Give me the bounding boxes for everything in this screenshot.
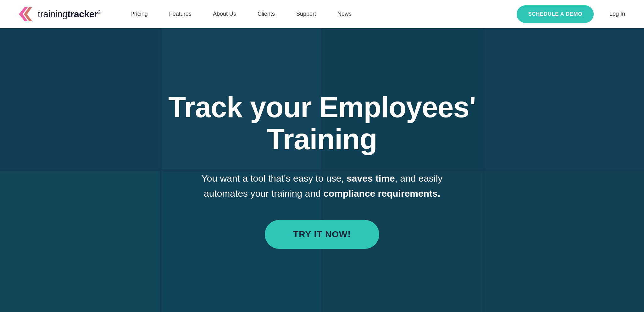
logo-icon bbox=[19, 7, 35, 21]
nav-item-pricing[interactable]: Pricing bbox=[120, 0, 158, 28]
nav-item-about[interactable]: About Us bbox=[202, 0, 247, 28]
nav-link-features[interactable]: Features bbox=[158, 0, 202, 28]
hero-title: Track your Employees' Training bbox=[162, 91, 482, 155]
nav-links: Pricing Features About Us Clients Suppor… bbox=[120, 0, 517, 28]
logo-text: trainingtracker® bbox=[38, 9, 101, 19]
nav-link-clients[interactable]: Clients bbox=[247, 0, 286, 28]
hero-subtitle: You want a tool that's easy to use, save… bbox=[193, 171, 451, 201]
nav-link-support[interactable]: Support bbox=[286, 0, 327, 28]
hero-subtitle-text1: You want a tool that's easy to use, bbox=[202, 173, 347, 183]
login-link[interactable]: Log In bbox=[603, 11, 625, 17]
nav-right: SCHEDULE A DEMO Log In bbox=[517, 5, 625, 23]
nav-link-news[interactable]: News bbox=[327, 0, 362, 28]
hero-subtitle-bold2: compliance requirements. bbox=[323, 188, 440, 199]
navbar: trainingtracker® Pricing Features About … bbox=[0, 0, 644, 28]
schedule-demo-button[interactable]: SCHEDULE A DEMO bbox=[517, 5, 593, 23]
nav-item-support[interactable]: Support bbox=[286, 0, 327, 28]
nav-item-features[interactable]: Features bbox=[158, 0, 202, 28]
logo[interactable]: trainingtracker® bbox=[19, 7, 101, 21]
nav-link-pricing[interactable]: Pricing bbox=[120, 0, 158, 28]
hero-content: Track your Employees' Training You want … bbox=[149, 91, 495, 249]
hero-section: Track your Employees' Training You want … bbox=[0, 28, 644, 312]
nav-link-about[interactable]: About Us bbox=[202, 0, 247, 28]
nav-item-news[interactable]: News bbox=[327, 0, 362, 28]
try-now-button[interactable]: TRY IT NOW! bbox=[265, 220, 379, 249]
hero-subtitle-bold1: saves time bbox=[347, 173, 395, 183]
nav-item-clients[interactable]: Clients bbox=[247, 0, 286, 28]
